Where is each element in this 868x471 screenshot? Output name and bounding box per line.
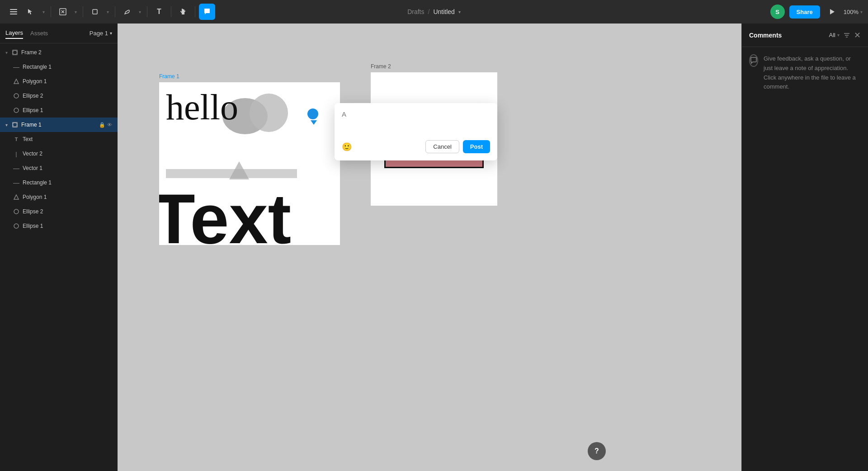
page-selector[interactable]: Page 1 ▾ — [90, 30, 112, 37]
frame1-layer-actions: 🔒 👁 — [99, 122, 112, 128]
layer-ellipse1-top[interactable]: Ellipse 1 — [0, 103, 118, 118]
comment-hint-row: Give feedback, ask a question, or just l… — [749, 54, 861, 92]
layer-vector2[interactable]: | Vector 2 — [0, 146, 118, 161]
svg-marker-7 — [830, 9, 835, 14]
lock-icon: 🔒 — [99, 122, 105, 128]
layer-name-rect1-top: Rectangle 1 — [23, 64, 112, 70]
post-button[interactable]: Post — [463, 140, 490, 153]
layer-frame1[interactable]: ▾ Frame 1 🔒 👁 — [0, 118, 118, 132]
svg-point-19 — [14, 108, 19, 113]
project-name: Drafts — [407, 8, 424, 15]
layer-name-rect1-f1: Rectangle 1 — [23, 179, 112, 186]
menu-button[interactable] — [5, 4, 22, 20]
filter-button[interactable]: All ▾ — [829, 32, 840, 38]
expand-icon-f1: ▾ — [5, 122, 8, 127]
scale-tool-dropdown[interactable]: ▾ — [72, 4, 79, 20]
layer-ellipse2-top[interactable]: Ellipse 2 — [0, 89, 118, 103]
zoom-dropdown-icon: ▾ — [860, 9, 863, 14]
draw-tool-button[interactable] — [119, 4, 135, 20]
polygon1-f1-icon — [13, 193, 20, 201]
ellipse-icon-2 — [13, 107, 20, 114]
emoji-button[interactable]: 🙂 — [342, 142, 352, 152]
play-button[interactable] — [825, 5, 839, 19]
scale-tool-button[interactable] — [55, 4, 71, 20]
main-area: Layers Assets Page 1 ▾ ▾ Frame 2 — Recta… — [0, 24, 868, 471]
divider-5 — [171, 6, 171, 17]
comment-dialog: 🙂 Cancel Post — [335, 103, 497, 160]
zoom-control[interactable]: 100% ▾ — [844, 9, 863, 15]
toolbar-left-tools: ▾ ▾ ▾ ▾ T — [5, 4, 215, 20]
tab-layers[interactable]: Layers — [5, 28, 23, 39]
file-dropdown-icon[interactable]: ▾ — [458, 9, 461, 14]
frame-tool-button[interactable] — [87, 4, 103, 20]
layers-list: ▾ Frame 2 — Rectangle 1 Polygon 1 — [0, 43, 118, 471]
eye-icon: 👁 — [107, 122, 112, 128]
divider-4 — [147, 6, 147, 17]
layer-name-vector1: Vector 1 — [23, 165, 112, 171]
vector1-icon: — — [13, 165, 20, 172]
layer-name-ellipse2-f1: Ellipse 2 — [23, 208, 112, 215]
layer-name-frame2: Frame 2 — [21, 49, 112, 56]
svg-rect-6 — [93, 9, 97, 14]
frame2-label: Frame 2 — [371, 63, 391, 70]
layer-polygon1-f1[interactable]: Polygon 1 — [0, 190, 118, 204]
share-button[interactable]: Share — [789, 5, 820, 19]
right-panel: Comments All ▾ ✕ Give feedback, ask a qu… — [741, 24, 868, 471]
hand-tool-button[interactable] — [175, 4, 191, 20]
text-layer-icon: T — [13, 136, 20, 143]
close-panel-button[interactable]: ✕ — [854, 30, 861, 40]
layer-name-vector2: Vector 2 — [23, 151, 112, 157]
polygon-icon — [13, 78, 20, 85]
filter-dropdown-icon: ▾ — [837, 33, 840, 38]
comment-pin[interactable] — [307, 108, 321, 126]
move-tool-dropdown[interactable]: ▾ — [40, 4, 47, 20]
layer-name-polygon1-top: Polygon 1 — [23, 78, 112, 85]
layer-rect1-top[interactable]: — Rectangle 1 — [0, 60, 118, 74]
comment-tool-button[interactable] — [199, 4, 215, 20]
layer-ellipse2-f1[interactable]: Ellipse 2 — [0, 204, 118, 219]
help-icon: ? — [594, 447, 599, 455]
pin-circle — [307, 108, 319, 120]
layer-frame2[interactable]: ▾ Frame 2 — [0, 45, 118, 60]
file-name: Untitled — [433, 8, 454, 15]
hello-text: hello — [166, 89, 238, 125]
frame1: Frame 1 hello Text — [159, 82, 340, 245]
svg-rect-1 — [10, 11, 17, 12]
canvas-area[interactable]: Frame 1 hello Text — [118, 24, 741, 471]
frame1-content: hello Text — [159, 82, 340, 245]
filter-label: All — [829, 32, 835, 38]
comments-panel-header: Comments All ▾ ✕ — [742, 24, 868, 47]
frame-tool-dropdown[interactable]: ▾ — [104, 4, 111, 20]
comment-bubble-icon — [749, 54, 758, 67]
page-name: Page 1 — [90, 30, 108, 37]
panel-title: Comments — [749, 32, 826, 39]
ellipse-shape-2 — [250, 94, 288, 132]
layer-name-ellipse1-top: Ellipse 1 — [23, 107, 112, 113]
comment-footer: 🙂 Cancel Post — [342, 140, 490, 153]
tab-assets[interactable]: Assets — [30, 28, 48, 38]
vector-line — [166, 169, 297, 178]
sort-button[interactable] — [843, 32, 850, 39]
layer-text1[interactable]: T Text — [0, 132, 118, 146]
svg-point-31 — [14, 224, 19, 228]
move-tool-button[interactable] — [23, 4, 39, 20]
text-tool-button[interactable]: T — [151, 4, 167, 20]
expand-icon: ▾ — [5, 50, 8, 55]
sidebar-tabs: Layers Assets Page 1 ▾ — [0, 24, 118, 43]
layer-name-ellipse1-f1: Ellipse 1 — [23, 223, 112, 229]
layer-vector1[interactable]: — Vector 1 — [0, 161, 118, 175]
layer-ellipse1-f1[interactable]: Ellipse 1 — [0, 219, 118, 233]
draw-tool-dropdown[interactable]: ▾ — [136, 4, 143, 20]
pin-tail — [311, 120, 317, 125]
divider-1 — [51, 6, 51, 17]
layer-rect1-f1[interactable]: — Rectangle 1 — [0, 175, 118, 190]
svg-point-30 — [14, 209, 19, 214]
svg-marker-17 — [14, 79, 19, 84]
cancel-button[interactable]: Cancel — [425, 140, 459, 153]
help-button[interactable]: ? — [588, 442, 606, 460]
emoji-icon: 🙂 — [342, 142, 352, 151]
comment-input[interactable] — [342, 110, 490, 133]
layer-name-frame1: Frame 1 — [21, 122, 96, 128]
layer-polygon1-top[interactable]: Polygon 1 — [0, 74, 118, 89]
frame1-icon — [11, 121, 19, 128]
